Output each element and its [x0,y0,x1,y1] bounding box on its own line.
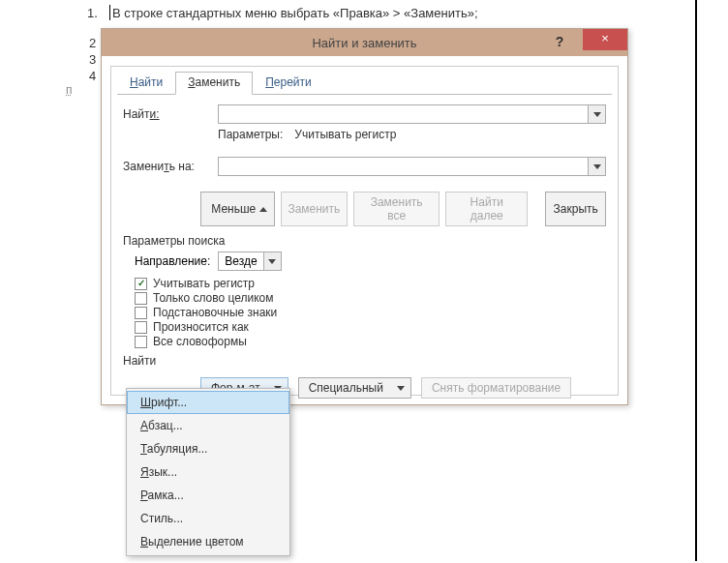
list-numbers: 2 3 4 [89,35,96,84]
dropdown-button[interactable] [588,158,605,175]
find-next-button: Найти далее [445,192,528,226]
dialog-titlebar[interactable]: Найти и заменить ? × [102,29,627,56]
menu-item-frame[interactable]: Рамка... [127,484,289,507]
replace-input-combo[interactable] [218,157,606,176]
word-forms-checkbox[interactable] [135,336,147,348]
menu-item-paragraph[interactable]: Абзац... [127,414,289,437]
menu-item-style[interactable]: Стиль... [127,507,289,530]
find-params-summary: Параметры: Учитывать регистр [218,128,606,141]
match-case-label: Учитывать регистр [153,277,255,290]
list-number: 4 [89,68,96,84]
chevron-up-icon [259,207,267,212]
doc-text-line: 1. В строке стандартных меню выбрать «Пр… [112,6,478,20]
word-forms-label: Все словоформы [153,335,247,348]
list-number: 1. [87,6,98,20]
dialog-body: Найти Заменить Перейти Найти: Параметры:… [110,66,619,396]
margin-mark: п [66,83,73,97]
find-section-title: Найти [123,354,606,368]
wildcards-label: Подстановочные знаки [153,306,277,319]
chevron-down-icon [268,259,276,264]
match-case-checkbox[interactable] [135,278,147,290]
clear-formatting-button: Снять форматирование [421,377,571,399]
close-dialog-button[interactable]: Закрыть [545,192,606,226]
find-label: Найти: [123,107,218,121]
dropdown-button[interactable] [263,252,281,270]
format-dropdown-menu: Шрифт... Абзац... Табуляция... Язык... Р… [126,388,290,556]
replace-all-button: Заменить все [353,192,440,226]
less-options-button[interactable]: Меньше [200,192,275,226]
tab-strip: Найти Заменить Перейти [117,71,618,94]
help-button[interactable]: ? [546,31,573,52]
find-input-combo[interactable] [218,104,606,124]
search-params-title: Параметры поиска [123,234,606,248]
wildcards-checkbox[interactable] [135,307,147,319]
text-cursor [109,5,110,20]
chevron-down-icon [593,112,601,117]
sounds-like-checkbox[interactable] [135,321,147,334]
tab-find[interactable]: Найти [117,72,175,95]
chevron-down-icon [397,386,405,391]
whole-word-label: Только слово целиком [153,291,274,305]
list-number: 2 [89,35,96,51]
replace-label: Заменить на: [123,160,218,173]
replace-input[interactable] [219,158,588,175]
menu-item-highlight[interactable]: Выделение цветом [127,530,289,553]
sounds-like-label: Произносится как [153,320,249,334]
menu-item-language[interactable]: Язык... [127,460,289,484]
find-input[interactable] [219,105,588,123]
special-button[interactable]: Специальный [298,377,411,399]
close-button[interactable]: × [583,29,627,50]
tab-replace[interactable]: Заменить [175,72,253,95]
menu-item-tabs[interactable]: Табуляция... [127,437,289,460]
dropdown-button[interactable] [588,105,605,123]
direction-value: Везде [219,254,262,268]
tab-goto[interactable]: Перейти [253,72,324,95]
list-number: 3 [89,51,96,68]
replace-button: Заменить [281,192,349,226]
direction-label: Направление: [135,254,210,268]
menu-item-font[interactable]: Шрифт... [127,391,289,414]
find-replace-dialog: Найти и заменить ? × Найти Заменить Пере… [101,28,628,405]
direction-select[interactable]: Везде [218,252,281,271]
whole-word-checkbox[interactable] [135,292,147,305]
doc-text: В строке стандартных меню выбрать «Правк… [112,6,478,20]
chevron-down-icon [593,164,601,169]
